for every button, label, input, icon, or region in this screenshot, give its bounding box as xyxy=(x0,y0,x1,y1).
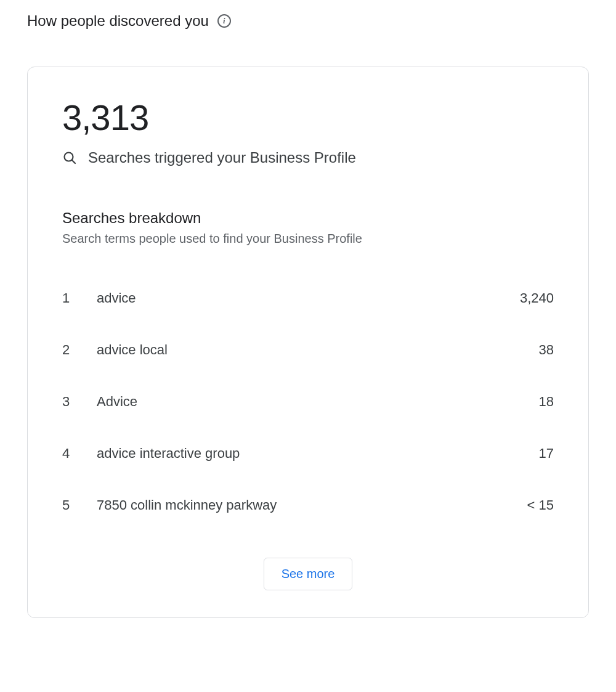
search-icon xyxy=(62,150,77,165)
svg-line-1 xyxy=(72,160,76,164)
list-item: 2 advice local 38 xyxy=(62,342,554,358)
term-rank: 4 xyxy=(62,446,97,462)
searches-card: 3,313 Searches triggered your Business P… xyxy=(27,67,589,618)
breakdown-subtitle: Search terms people used to find your Bu… xyxy=(62,232,554,246)
term-rank: 3 xyxy=(62,394,97,410)
term-text: advice xyxy=(97,290,520,306)
section-title: How people discovered you xyxy=(27,12,209,30)
info-icon[interactable]: i xyxy=(217,14,231,28)
term-text: advice interactive group xyxy=(97,446,539,462)
list-item: 4 advice interactive group 17 xyxy=(62,446,554,462)
term-text: 7850 collin mckinney parkway xyxy=(97,497,527,513)
breakdown-title: Searches breakdown xyxy=(62,210,554,227)
section-header: How people discovered you i xyxy=(27,12,589,30)
term-rank: 2 xyxy=(62,342,97,358)
term-text: Advice xyxy=(97,394,539,410)
term-count: 38 xyxy=(539,342,554,358)
total-searches-count: 3,313 xyxy=(62,97,554,138)
list-item: 5 7850 collin mckinney parkway < 15 xyxy=(62,497,554,513)
term-count: 18 xyxy=(539,394,554,410)
term-count: 17 xyxy=(539,446,554,462)
term-rank: 5 xyxy=(62,497,97,513)
term-rank: 1 xyxy=(62,290,97,306)
term-count: 3,240 xyxy=(520,290,554,306)
search-terms-list: 1 advice 3,240 2 advice local 38 3 Advic… xyxy=(62,290,554,513)
term-count: < 15 xyxy=(527,497,554,513)
see-more-button[interactable]: See more xyxy=(264,558,353,590)
list-item: 1 advice 3,240 xyxy=(62,290,554,306)
total-searches-subtitle: Searches triggered your Business Profile xyxy=(88,149,356,166)
see-more-container: See more xyxy=(62,558,554,590)
total-searches-subtitle-row: Searches triggered your Business Profile xyxy=(62,149,554,166)
list-item: 3 Advice 18 xyxy=(62,394,554,410)
term-text: advice local xyxy=(97,342,539,358)
